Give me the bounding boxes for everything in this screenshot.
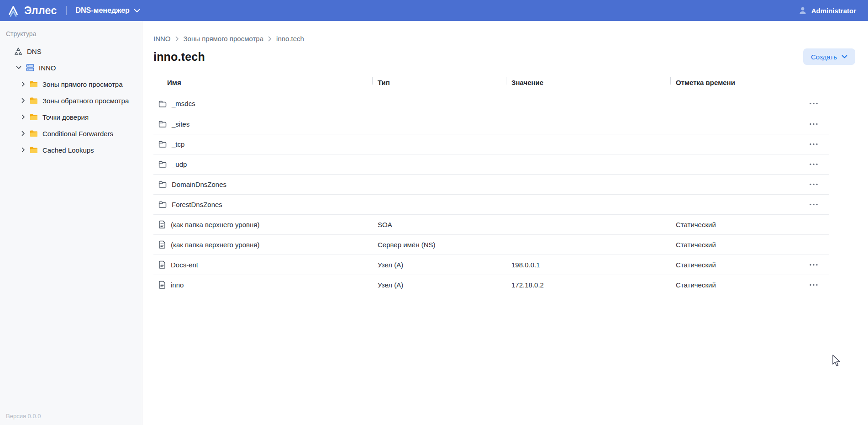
record-type (372, 94, 506, 114)
record-timestamp (670, 94, 794, 114)
table-header-row: Имя Тип Значение Отметка времени (153, 76, 829, 94)
ellipsis-icon (809, 163, 818, 165)
record-value: 198.0.0.1 (506, 255, 670, 275)
record-timestamp (670, 134, 794, 154)
sidebar-folder-item[interactable]: Cached Lookups (6, 142, 142, 158)
breadcrumb-label: INNO (153, 35, 171, 42)
record-timestamp (670, 174, 794, 194)
breadcrumb-label: Зоны прямого просмотра (184, 35, 264, 42)
record-name: inno (171, 281, 184, 289)
tree-item-label: INNO (39, 64, 56, 72)
row-menu-button[interactable] (806, 121, 821, 127)
table-row[interactable]: ForestDnsZones (153, 194, 829, 214)
record-name: (как папка верхнего уровня) (171, 221, 259, 228)
record-name: ForestDnsZones (172, 201, 222, 208)
table-row[interactable]: inno Узел (A) 172.18.0.2 Статический (153, 275, 829, 295)
chevron-right-icon (21, 147, 25, 153)
folder-outline-icon (158, 119, 167, 128)
table-row[interactable]: (как папка верхнего уровня) SOA Статичес… (153, 214, 829, 234)
ellipsis-icon (809, 284, 818, 286)
table-row[interactable]: _udp (153, 154, 829, 174)
record-value (506, 114, 670, 134)
breadcrumb-item[interactable]: INNO (153, 35, 184, 42)
record-type (372, 114, 506, 134)
hierarchy-icon (14, 47, 23, 56)
record-name: _udp (172, 160, 187, 168)
dns-records-table: Имя Тип Значение Отметка времени (153, 76, 829, 295)
sidebar-folder-item[interactable]: Зоны прямого просмотра (6, 76, 142, 92)
elles-logo-icon (6, 4, 20, 17)
record-timestamp (670, 114, 794, 134)
folder-icon (29, 80, 38, 89)
user-menu[interactable]: Administrator (798, 6, 856, 15)
ellipsis-icon (809, 183, 818, 186)
table-row[interactable]: _tcp (153, 134, 829, 154)
row-menu-button[interactable] (806, 202, 821, 207)
folder-icon (29, 96, 38, 105)
create-button-label: Создать (811, 53, 837, 61)
breadcrumb-item[interactable]: inno.tech (276, 35, 304, 42)
tree-item-server-inno[interactable]: INNO (6, 59, 142, 76)
record-type: SOA (372, 214, 506, 234)
table-row[interactable]: (как папка верхнего уровня) Сервер имён … (153, 234, 829, 255)
record-type: Узел (A) (372, 275, 506, 295)
column-header-actions (794, 76, 829, 94)
tree-item-label: DNS (27, 48, 42, 55)
record-type (372, 134, 506, 154)
topbar-divider (66, 6, 67, 15)
breadcrumb-label: inno.tech (276, 35, 304, 42)
folder-outline-icon (158, 180, 167, 189)
create-button[interactable]: Создать (803, 48, 855, 65)
breadcrumb-separator-icon (268, 36, 272, 42)
page-title: inno.tech (153, 50, 205, 64)
breadcrumb-separator-icon (175, 36, 179, 42)
product-switcher[interactable]: DNS-менеджер (76, 6, 140, 15)
row-menu-button[interactable] (806, 282, 821, 288)
ellipsis-icon (809, 143, 818, 145)
breadcrumb: INNO Зоны прямого просмотра (153, 35, 855, 42)
record-value (506, 94, 670, 114)
record-timestamp (670, 154, 794, 174)
record-timestamp (670, 194, 794, 214)
record-value (506, 134, 670, 154)
sidebar-folder-item[interactable]: Зоны обратного просмотра (6, 92, 142, 109)
ellipsis-icon (809, 102, 818, 105)
table-row[interactable]: DomainDnsZones (153, 174, 829, 194)
tree-item-dns-root[interactable]: DNS (6, 43, 142, 59)
folder-icon (29, 129, 38, 138)
sidebar-folder-label: Зоны прямого просмотра (42, 80, 123, 88)
row-menu-button[interactable] (806, 141, 821, 147)
server-icon (26, 63, 35, 72)
record-value (506, 174, 670, 194)
table-row[interactable]: _msdcs (153, 94, 829, 114)
ellipsis-icon (809, 203, 818, 206)
record-type (372, 194, 506, 214)
user-name: Administrator (811, 7, 856, 15)
chevron-down-icon (842, 55, 847, 58)
breadcrumb-item[interactable]: Зоны прямого просмотра (184, 35, 277, 42)
record-timestamp: Статический (670, 275, 794, 295)
sidebar-folder-item[interactable]: Conditional Forwarders (6, 125, 142, 142)
folder-icon (29, 145, 38, 154)
file-icon (158, 280, 166, 289)
app-logo: Эллес (6, 4, 57, 17)
record-timestamp: Статический (670, 234, 794, 255)
top-bar: Эллес DNS-менеджер Administrator (0, 0, 868, 21)
chevron-right-icon (21, 81, 25, 87)
table-row[interactable]: _sites (153, 114, 829, 134)
user-icon (798, 6, 807, 15)
app-logo-text: Эллес (24, 5, 57, 17)
row-menu-button[interactable] (806, 262, 821, 268)
row-menu-button[interactable] (806, 161, 821, 167)
folder-outline-icon (158, 99, 167, 108)
chevron-right-icon (21, 114, 25, 120)
row-menu-button[interactable] (806, 181, 821, 187)
folder-outline-icon (158, 139, 167, 149)
ellipsis-icon (809, 264, 818, 266)
row-menu-button[interactable] (806, 101, 821, 106)
table-row[interactable]: Docs-ent Узел (A) 198.0.0.1 Статический (153, 255, 829, 275)
zone-folders: Зоны прямого просмотра З (6, 76, 142, 158)
sidebar-folder-item[interactable]: Точки доверия (6, 109, 142, 125)
folder-icon (29, 112, 38, 122)
record-type (372, 154, 506, 174)
